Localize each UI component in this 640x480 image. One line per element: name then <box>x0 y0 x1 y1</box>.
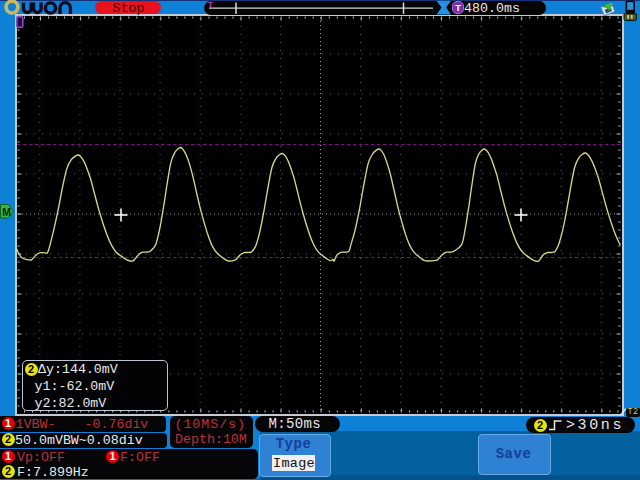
svg-text:T: T <box>208 0 213 9</box>
svg-text:T: T <box>455 2 461 13</box>
svg-text:M: M <box>2 206 11 218</box>
